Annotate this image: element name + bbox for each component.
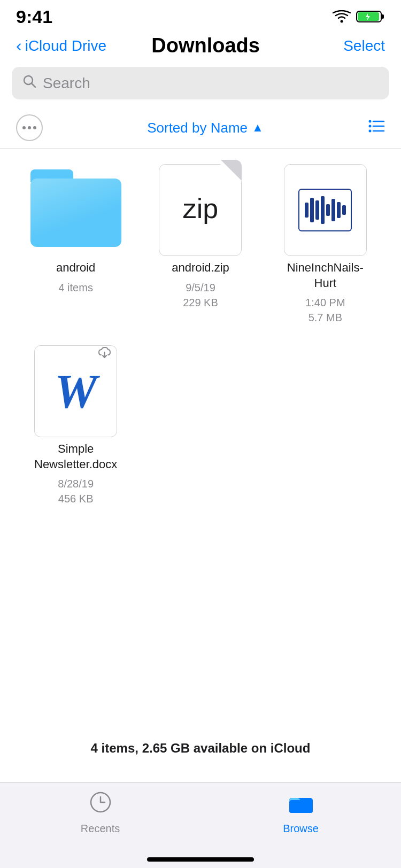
svg-point-9 — [369, 120, 372, 122]
svg-point-11 — [369, 129, 372, 132]
word-file-icon: W — [34, 341, 117, 437]
tab-bar: Recents Browse — [0, 782, 401, 868]
audio-icon-container — [277, 160, 373, 256]
file-meta: 8/28/19 456 KB — [58, 476, 94, 506]
word-icon-container: W — [28, 341, 124, 437]
file-name: Simple Newsletter.docx — [28, 441, 124, 472]
sort-bar: Sorted by Name ▲ — [0, 109, 401, 149]
search-bar[interactable]: Search — [12, 67, 389, 99]
sort-arrow-icon: ▲ — [252, 121, 264, 135]
svg-point-10 — [369, 125, 372, 127]
file-name: NineInchNails-Hurt — [287, 260, 364, 291]
status-icons — [333, 9, 385, 24]
back-button[interactable]: ‹ iCloud Drive — [16, 36, 106, 56]
zip-file-icon: zip — [159, 160, 242, 256]
svg-rect-18 — [289, 801, 313, 813]
page-title: Downloads — [106, 34, 305, 57]
browse-icon — [288, 790, 314, 819]
tab-browse[interactable]: Browse — [200, 790, 401, 835]
file-name: android.zip — [172, 260, 229, 276]
file-meta: 9/5/19 229 KB — [183, 280, 218, 310]
file-meta: 4 items — [58, 280, 92, 295]
svg-point-0 — [341, 20, 343, 23]
folder-icon-container — [28, 160, 124, 256]
navigation-header: ‹ iCloud Drive Downloads Select — [0, 29, 401, 67]
search-placeholder: Search — [43, 75, 90, 92]
file-item-nineinch[interactable]: NineInchNails-Hurt 1:40 PM 5.7 MB — [266, 160, 385, 325]
tab-recents[interactable]: Recents — [0, 790, 200, 835]
list-view-button[interactable] — [368, 119, 385, 137]
zip-icon-container: zip — [152, 160, 249, 256]
svg-rect-2 — [381, 14, 384, 19]
browse-tab-label: Browse — [283, 823, 319, 835]
status-time: 9:41 — [16, 6, 52, 27]
file-name: android — [56, 260, 95, 276]
file-item-newsletter[interactable]: W Simple Newsletter.docx 8/28/19 456 KB — [16, 341, 135, 506]
file-item-android-folder[interactable]: android 4 items — [16, 160, 135, 325]
back-chevron-icon: ‹ — [16, 36, 22, 56]
file-grid: android 4 items zip android.zip 9/5/19 2… — [0, 149, 401, 517]
search-icon — [22, 74, 36, 92]
svg-line-5 — [32, 83, 35, 87]
home-indicator — [147, 857, 254, 862]
select-button[interactable]: Select — [305, 37, 385, 55]
search-container: Search — [0, 67, 401, 109]
wifi-icon — [333, 10, 351, 23]
sort-label[interactable]: Sorted by Name ▲ — [147, 120, 264, 136]
recents-tab-label: Recents — [81, 823, 120, 835]
cloud-download-icon — [98, 345, 113, 363]
folder-icon — [30, 169, 121, 247]
back-label[interactable]: iCloud Drive — [25, 37, 107, 55]
file-item-android-zip[interactable]: zip android.zip 9/5/19 229 KB — [141, 160, 260, 325]
more-options-button[interactable] — [16, 114, 43, 141]
waveform-box — [298, 189, 352, 231]
status-bar: 9:41 — [0, 0, 401, 29]
file-meta: 1:40 PM 5.7 MB — [305, 295, 345, 325]
storage-info: 4 items, 2.65 GB available on iCloud — [0, 719, 401, 772]
battery-icon — [356, 9, 385, 24]
audio-file-icon — [284, 160, 367, 256]
recents-icon — [89, 790, 112, 819]
